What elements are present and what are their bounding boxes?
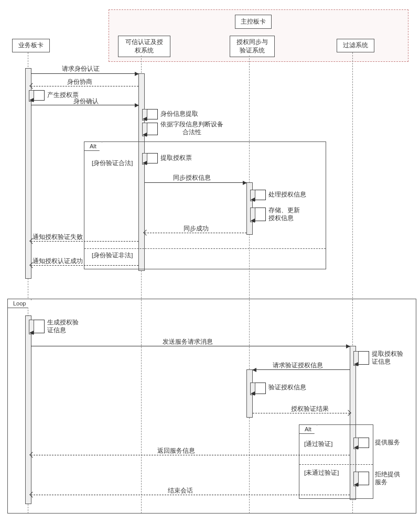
lifeline-sync: 授权同步与 验证系统 [230, 36, 275, 57]
self-s1 [34, 90, 45, 101]
msg-end-session [31, 495, 350, 495]
msg-request-auth [31, 73, 138, 74]
lbl-s7: 生成授权验 证信息 [47, 319, 79, 334]
lbl-s6: 存储、更新 授权信息 [268, 206, 300, 222]
lbl-m4: 同步授权信息 [173, 174, 211, 182]
lifeline-filter: 过滤系统 [337, 39, 374, 52]
lifeline-auth: 可信认证及授 权系统 [118, 36, 170, 57]
lbl-s11: 拒绝提供 服务 [375, 471, 400, 486]
self-s4 [147, 153, 158, 163]
frag-alt1-g2: [身份验证非法] [92, 252, 133, 259]
lifeline-biz: 业务板卡 [12, 39, 50, 52]
main-board-title: 主控板卡 [235, 15, 272, 29]
msg-auth-ok [31, 265, 138, 266]
msg-negotiate [31, 86, 138, 86]
self-s6 [255, 208, 266, 221]
lbl-m2: 身份协商 [67, 78, 92, 86]
self-s5 [255, 190, 266, 200]
self-s11 [358, 472, 369, 485]
lbl-s3: 依据字段信息判断设备 合法性 [160, 121, 223, 136]
lbl-s8: 提取授权验 证信息 [372, 350, 403, 366]
lbl-m11: 返回服务信息 [157, 447, 195, 455]
frag-alt2-tag: Alt [299, 424, 317, 434]
self-s9 [255, 383, 266, 394]
frag-alt2-g1: [通过验证] [304, 440, 332, 448]
frag-loop-tag: Loop [7, 299, 31, 308]
frag-alt1-g1: [身份验证合法] [92, 159, 133, 167]
lbl-m5: 同步成功 [184, 225, 209, 233]
msg-ret-service [31, 455, 350, 455]
frag-alt1-tag: Alt [84, 141, 102, 151]
msg-req-verify [253, 369, 350, 370]
msg-sync-info [145, 182, 246, 183]
lbl-m9: 请求验证授权信息 [273, 362, 323, 369]
lbl-m8: 发送服务请求消息 [163, 338, 213, 346]
self-s2 [147, 109, 158, 119]
lbl-m1: 请求身份认证 [62, 65, 100, 73]
lbl-m12: 结束会话 [168, 487, 193, 495]
msg-sync-ok [145, 233, 246, 233]
lbl-s4: 提取授权票 [160, 154, 192, 162]
lbl-s9: 验证授权信息 [268, 384, 306, 391]
frag-alt2: Alt [299, 424, 373, 499]
frag-alt1-div [84, 248, 326, 249]
msg-auth-fail [31, 241, 138, 242]
lbl-m10: 授权验证结果 [291, 405, 329, 413]
msg-service-req [31, 346, 350, 346]
self-s10 [358, 438, 369, 448]
lbl-s5: 处理授权信息 [268, 191, 306, 199]
lbl-m7: 通知授权认证成功 [33, 257, 83, 265]
frag-alt2-g2: [未通过验证] [304, 469, 339, 477]
self-s7 [34, 320, 45, 333]
lbl-m3: 身份确认 [73, 97, 99, 105]
frag-alt2-div [299, 464, 373, 465]
self-s3 [147, 123, 158, 135]
lbl-s2: 身份信息提取 [160, 110, 198, 118]
self-s8 [358, 351, 369, 365]
lbl-s10: 提供服务 [375, 439, 400, 446]
msg-verify-result [253, 413, 350, 413]
lbl-m6: 通知授权验证失败 [33, 233, 83, 241]
